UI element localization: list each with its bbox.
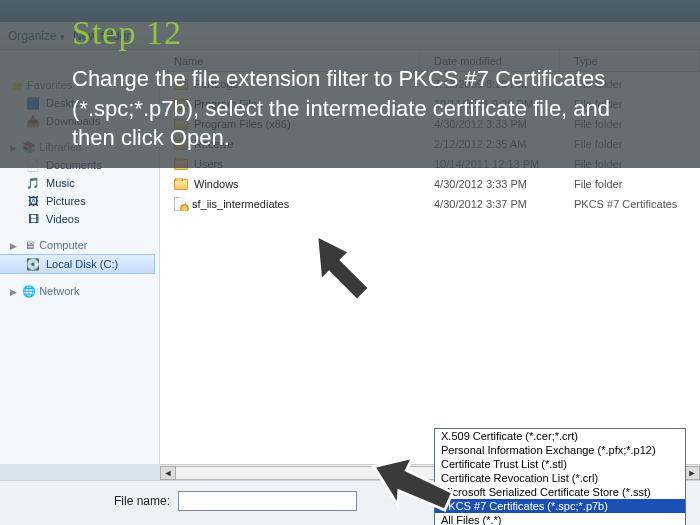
filter-option[interactable]: Microsoft Serialized Certificate Store (… (435, 485, 685, 499)
sidebar-library-item-label: Videos (46, 213, 79, 225)
column-headers[interactable]: Name Date modified Type (160, 50, 700, 72)
file-date-cell: 4/30/2012 3:33 PM (420, 118, 560, 130)
folder-icon (174, 139, 188, 150)
column-name[interactable]: Name (160, 50, 420, 71)
library-icon: 📚 (22, 140, 36, 154)
sidebar-library-item-label: Pictures (46, 195, 86, 207)
sidebar-drive-item-icon: 💽 (26, 257, 40, 271)
file-type-cell: File folder (560, 78, 700, 90)
file-name-cell: PerfLogs (160, 78, 420, 90)
file-date-cell: 10/11/2011 9:29 PM (420, 98, 560, 110)
folder-icon (174, 119, 188, 130)
file-name-label: sf_iis_intermediates (192, 198, 289, 210)
file-name-label: Program Files (x86) (194, 118, 291, 130)
folder-icon (174, 99, 188, 110)
scroll-left-button[interactable]: ◄ (160, 466, 176, 480)
file-type-cell: File folder (560, 98, 700, 110)
file-name-cell: Program Files (160, 98, 420, 110)
expand-icon[interactable]: ▶ (10, 287, 17, 297)
file-date-cell: 4/30/2012 3:37 PM (420, 198, 560, 210)
sidebar-favorite-item-label: Downloads (46, 115, 100, 127)
dialog-body: ⭐ Favorites 🟦Desktop📥Downloads ▶ 📚 Libra… (0, 72, 700, 464)
file-row[interactable]: Users10/14/2011 12:13 PMFile folder (160, 154, 700, 174)
file-name-cell: Program Files (x86) (160, 118, 420, 130)
new-folder-button[interactable]: New folder (73, 29, 130, 43)
file-name-label: Receive (194, 138, 234, 150)
star-icon: ⭐ (10, 78, 24, 92)
network-heading[interactable]: ▶ 🌐 Network (0, 282, 159, 300)
file-name-cell: Receive (160, 138, 420, 150)
filter-option[interactable]: Personal Information Exchange (*.pfx;*.p… (435, 443, 685, 457)
sidebar-library-item-icon: 🎵 (26, 176, 40, 190)
libraries-heading[interactable]: ▶ 📚 Libraries (0, 138, 159, 156)
file-type-cell: File folder (560, 158, 700, 170)
sidebar-library-item-label: Documents (46, 159, 102, 171)
dropdown-icon: ▾ (60, 32, 65, 42)
certificate-file-icon (174, 197, 186, 211)
sidebar-library-item[interactable]: 🖼Pictures (0, 192, 159, 210)
filter-option[interactable]: All Files (*.*) (435, 513, 685, 525)
sidebar-favorite-item[interactable]: 📥Downloads (0, 112, 159, 130)
sidebar-library-item-icon: 🖼 (26, 194, 40, 208)
file-row[interactable]: Program Files10/11/2011 9:29 PMFile fold… (160, 94, 700, 114)
sidebar-library-item-label: Music (46, 177, 75, 189)
file-date-cell: 2/12/2012 2:35 AM (420, 138, 560, 150)
sidebar-favorite-item-label: Desktop (46, 97, 86, 109)
file-name-label: Users (194, 158, 223, 170)
file-date-cell: 7/13/2009 8:20 PM (420, 78, 560, 90)
file-name-label: PerfLogs (194, 78, 238, 90)
favorites-heading[interactable]: ⭐ Favorites (0, 76, 159, 94)
file-name-label: Windows (194, 178, 239, 190)
filter-option[interactable]: Certificate Revocation List (*.crl) (435, 471, 685, 485)
file-row[interactable]: sf_iis_intermediates4/30/2012 3:37 PMPKC… (160, 194, 700, 214)
sidebar-favorite-item[interactable]: 🟦Desktop (0, 94, 159, 112)
file-name-label: Program Files (194, 98, 262, 110)
file-type-cell: PKCS #7 Certificates (560, 198, 700, 210)
filter-option[interactable]: PKCS #7 Certificates (*.spc;*.p7b) (435, 499, 685, 513)
certificate-badge-icon (180, 204, 189, 211)
expand-icon[interactable]: ▶ (10, 241, 17, 251)
sidebar-favorite-item-icon: 🟦 (26, 96, 40, 110)
folder-icon (174, 159, 188, 170)
sidebar-library-item-icon: 🎞 (26, 212, 40, 226)
file-type-cell: File folder (560, 178, 700, 190)
filename-label: File name: (114, 494, 170, 508)
titlebar[interactable] (0, 0, 700, 22)
file-row[interactable]: Receive2/12/2012 2:35 AMFile folder (160, 134, 700, 154)
sidebar-drive-item[interactable]: 💽Local Disk (C:) (0, 254, 155, 274)
nav-sidebar: ⭐ Favorites 🟦Desktop📥Downloads ▶ 📚 Libra… (0, 72, 160, 464)
file-date-cell: 4/30/2012 3:33 PM (420, 178, 560, 190)
organize-menu[interactable]: Organize ▾ (8, 29, 65, 43)
file-type-dropdown[interactable]: X.509 Certificate (*.cer;*.crt)Personal … (434, 428, 686, 525)
sidebar-library-item[interactable]: 🎞Videos (0, 210, 159, 228)
file-row[interactable]: Windows4/30/2012 3:33 PMFile folder (160, 174, 700, 194)
file-list[interactable]: PerfLogs7/13/2009 8:20 PMFile folderProg… (160, 72, 700, 464)
file-name-cell: sf_iis_intermediates (160, 197, 420, 211)
file-type-cell: File folder (560, 118, 700, 130)
sidebar-library-item-icon: 📄 (26, 158, 40, 172)
toolbar: Organize ▾ New folder (0, 22, 700, 50)
expand-icon[interactable]: ▶ (10, 143, 17, 153)
sidebar-library-item[interactable]: 🎵Music (0, 174, 159, 192)
file-row[interactable]: Program Files (x86)4/30/2012 3:33 PMFile… (160, 114, 700, 134)
file-name-cell: Users (160, 158, 420, 170)
column-type[interactable]: Type (560, 50, 700, 71)
filename-input[interactable] (178, 491, 357, 511)
organize-label: Organize (8, 29, 57, 43)
folder-icon (174, 179, 188, 190)
scroll-right-button[interactable]: ► (684, 466, 700, 480)
computer-icon: 🖥 (22, 238, 36, 252)
file-date-cell: 10/14/2011 12:13 PM (420, 158, 560, 170)
filter-option[interactable]: Certificate Trust List (*.stl) (435, 457, 685, 471)
network-icon: 🌐 (22, 284, 36, 298)
file-type-cell: File folder (560, 138, 700, 150)
computer-heading[interactable]: ▶ 🖥 Computer (0, 236, 159, 254)
file-row[interactable]: PerfLogs7/13/2009 8:20 PMFile folder (160, 74, 700, 94)
sidebar-favorite-item-icon: 📥 (26, 114, 40, 128)
column-date[interactable]: Date modified (420, 50, 560, 71)
file-name-cell: Windows (160, 178, 420, 190)
sidebar-drive-item-label: Local Disk (C:) (46, 258, 118, 270)
folder-icon (174, 79, 188, 90)
sidebar-library-item[interactable]: 📄Documents (0, 156, 159, 174)
filter-option[interactable]: X.509 Certificate (*.cer;*.crt) (435, 429, 685, 443)
